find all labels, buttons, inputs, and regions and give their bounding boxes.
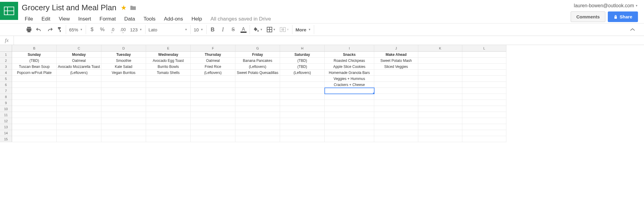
folder-icon[interactable] bbox=[130, 5, 136, 11]
cell[interactable] bbox=[280, 106, 325, 112]
cell[interactable] bbox=[191, 118, 235, 124]
cell[interactable]: Tuscan Bean Soup bbox=[12, 64, 57, 70]
menu-tools[interactable]: Tools bbox=[139, 15, 160, 23]
cell[interactable] bbox=[57, 112, 101, 118]
cell[interactable] bbox=[101, 136, 146, 142]
cell[interactable]: Veggies + Hummus bbox=[325, 76, 374, 82]
cell[interactable] bbox=[146, 112, 191, 118]
cell[interactable]: Smoothie bbox=[101, 58, 146, 64]
cell[interactable] bbox=[418, 124, 462, 130]
cell[interactable] bbox=[191, 100, 235, 106]
cell[interactable] bbox=[280, 76, 325, 82]
cell[interactable] bbox=[146, 106, 191, 112]
cell[interactable]: (Leftovers) bbox=[280, 70, 325, 76]
cell[interactable]: Avocado Egg Toast bbox=[146, 58, 191, 64]
font-select[interactable]: Lato ▼ bbox=[148, 27, 187, 32]
cell[interactable] bbox=[418, 136, 462, 142]
row-header[interactable]: 9 bbox=[0, 100, 12, 106]
cell[interactable]: Popcorn w/Fruit Plate bbox=[12, 70, 57, 76]
format-currency-button[interactable]: $ bbox=[89, 26, 95, 33]
cell[interactable] bbox=[462, 64, 506, 70]
cell[interactable]: Vegan Burritos bbox=[101, 70, 146, 76]
cell[interactable]: Saturday bbox=[280, 52, 325, 58]
cell[interactable]: Oatmeal bbox=[57, 58, 101, 64]
cell[interactable] bbox=[57, 76, 101, 82]
cell[interactable] bbox=[462, 136, 506, 142]
column-header[interactable]: K bbox=[418, 45, 462, 52]
zoom-select[interactable]: 65% ▼ bbox=[69, 27, 83, 32]
cell[interactable]: Roasted Chickpeas bbox=[325, 58, 374, 64]
cell[interactable] bbox=[57, 94, 101, 100]
menu-edit[interactable]: Edit bbox=[37, 15, 54, 23]
cell[interactable]: Kale Salad bbox=[101, 64, 146, 70]
cell[interactable] bbox=[462, 88, 506, 94]
menu-view[interactable]: View bbox=[55, 15, 74, 23]
cell[interactable] bbox=[191, 76, 235, 82]
borders-button[interactable]: ▼ bbox=[267, 26, 276, 33]
number-format-select[interactable]: 123 ▼ bbox=[130, 27, 142, 32]
cell[interactable] bbox=[57, 136, 101, 142]
cell[interactable]: (Leftovers) bbox=[235, 64, 280, 70]
comments-button[interactable]: Comments bbox=[571, 11, 606, 22]
row-header[interactable]: 7 bbox=[0, 88, 12, 94]
cell[interactable] bbox=[101, 88, 146, 94]
fill-color-button[interactable]: ▼ bbox=[253, 26, 263, 33]
cell[interactable] bbox=[191, 106, 235, 112]
cell[interactable]: Sweet Potato Quesadillas bbox=[235, 70, 280, 76]
cell[interactable] bbox=[280, 100, 325, 106]
cell[interactable] bbox=[101, 82, 146, 88]
cell[interactable] bbox=[418, 94, 462, 100]
cell[interactable]: Sunday bbox=[12, 52, 57, 58]
row-header[interactable]: 4 bbox=[0, 70, 12, 76]
column-header[interactable]: G bbox=[235, 45, 280, 52]
cell[interactable] bbox=[191, 88, 235, 94]
cell[interactable] bbox=[374, 100, 418, 106]
cell[interactable]: Avocado Mozzarella Toast bbox=[57, 64, 101, 70]
cell[interactable]: (Leftovers) bbox=[191, 70, 235, 76]
cell[interactable]: Sweet Potato Mash bbox=[374, 58, 418, 64]
select-all-corner[interactable] bbox=[0, 45, 12, 52]
column-header[interactable]: D bbox=[101, 45, 146, 52]
cell[interactable] bbox=[325, 136, 374, 142]
row-header[interactable]: 1 bbox=[0, 52, 12, 58]
cell[interactable] bbox=[462, 130, 506, 136]
cell[interactable] bbox=[374, 76, 418, 82]
cell[interactable]: Homemade Granola Bars bbox=[325, 70, 374, 76]
cell[interactable] bbox=[462, 124, 506, 130]
cell[interactable] bbox=[418, 82, 462, 88]
bold-button[interactable]: B bbox=[210, 26, 216, 33]
column-header[interactable]: L bbox=[462, 45, 506, 52]
share-button[interactable]: Share bbox=[608, 11, 638, 22]
cell[interactable]: Wednesday bbox=[146, 52, 191, 58]
cell[interactable]: (Leftovers) bbox=[57, 70, 101, 76]
paint-format-icon[interactable] bbox=[57, 26, 63, 33]
fontsize-select[interactable]: 10 ▼ bbox=[194, 27, 203, 32]
undo-icon[interactable] bbox=[36, 26, 42, 33]
cell[interactable] bbox=[146, 136, 191, 142]
row-header[interactable]: 11 bbox=[0, 112, 12, 118]
decrease-decimal-button[interactable]: .0← bbox=[110, 26, 116, 33]
cell[interactable] bbox=[418, 88, 462, 94]
column-header[interactable]: B bbox=[12, 45, 57, 52]
formula-input[interactable] bbox=[14, 36, 644, 45]
cell[interactable] bbox=[418, 52, 462, 58]
cell[interactable] bbox=[12, 88, 57, 94]
cell[interactable] bbox=[374, 124, 418, 130]
cell[interactable] bbox=[57, 124, 101, 130]
cell[interactable] bbox=[101, 130, 146, 136]
menu-format[interactable]: Format bbox=[95, 15, 120, 23]
cell[interactable] bbox=[101, 100, 146, 106]
cell[interactable] bbox=[191, 82, 235, 88]
row-header[interactable]: 5 bbox=[0, 76, 12, 82]
cell[interactable] bbox=[146, 88, 191, 94]
cell[interactable] bbox=[12, 76, 57, 82]
cell[interactable] bbox=[235, 124, 280, 130]
cell[interactable] bbox=[418, 70, 462, 76]
cell[interactable] bbox=[462, 100, 506, 106]
cell[interactable] bbox=[101, 124, 146, 130]
cell[interactable] bbox=[418, 64, 462, 70]
cell[interactable] bbox=[462, 76, 506, 82]
sheets-logo[interactable] bbox=[0, 2, 18, 20]
cell[interactable] bbox=[235, 82, 280, 88]
collapse-toolbar-icon[interactable] bbox=[630, 26, 636, 33]
